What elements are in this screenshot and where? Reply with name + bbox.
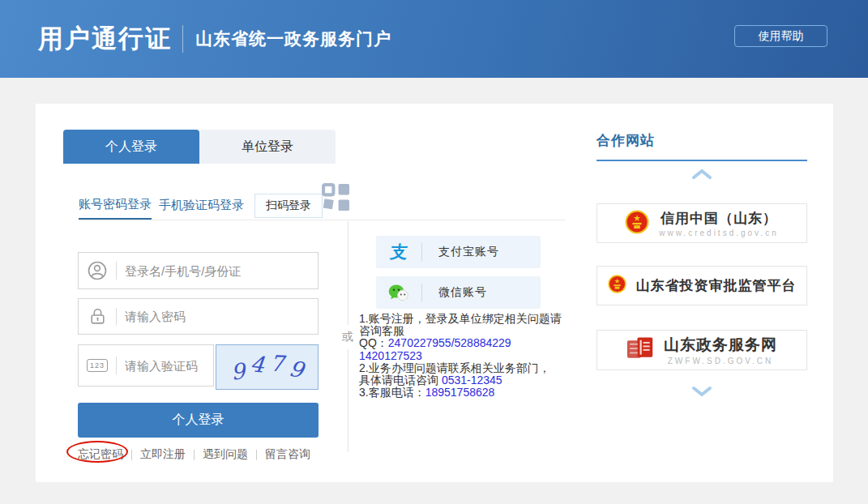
register-link[interactable]: 立即注册: [140, 447, 186, 462]
username-field: [78, 252, 319, 289]
page-header: 用户通行证 山东省统一政务服务门户 使用帮助: [0, 0, 868, 78]
message-consult-link[interactable]: 留言咨询: [265, 447, 310, 462]
wechat-label: 微信账号: [438, 285, 487, 300]
login-links-row: 忘记密码 立即注册 遇到问题 留言咨询: [78, 447, 310, 462]
support-line: 2.业务办理问题请联系相关业务部门，: [359, 361, 550, 374]
red-seal-icon: [626, 336, 654, 364]
method-password-login[interactable]: 账号密码登录: [79, 191, 152, 220]
wechat-icon: [376, 284, 421, 302]
captcha-digit: 4: [249, 351, 265, 378]
support-line: 1.账号注册，登录及单位绑定相关问题请咨询客服: [359, 312, 562, 337]
method-sms-login[interactable]: 手机验证码登录: [159, 191, 244, 220]
partner-title-underline: [596, 160, 807, 161]
forgot-password-link[interactable]: 忘记密码: [78, 447, 123, 462]
captcha-digit: 9: [229, 358, 246, 385]
link-separator: [131, 450, 132, 460]
social-divider: [421, 284, 422, 301]
support-qq-numbers-2: 1420127523: [359, 349, 422, 362]
title-divider: [182, 25, 183, 53]
support-phone-number: 0531-12345: [442, 374, 502, 387]
support-qq-numbers: 2470227955/528884229: [388, 336, 511, 349]
partner-url: ZWFW.SD.GOV.CN: [668, 357, 774, 365]
alipay-login-button[interactable]: 支 支付宝账号: [376, 236, 541, 268]
captcha-digit: 7: [269, 350, 284, 376]
support-qq-label: QQ：: [359, 336, 388, 349]
alipay-label: 支付宝账号: [438, 245, 499, 259]
divider-line: [348, 349, 348, 453]
support-phone-label: 具体请电话咨询: [359, 374, 442, 387]
partner-sites-title: 合作网站: [596, 131, 655, 150]
carousel-down-button[interactable]: [596, 386, 807, 397]
national-emblem-icon: [608, 275, 626, 297]
wechat-login-button[interactable]: 微信账号: [376, 276, 541, 309]
method-qr-login[interactable]: 扫码登录: [254, 194, 323, 218]
lock-icon: [79, 307, 116, 326]
captcha-image[interactable]: 9 4 7 9: [216, 344, 319, 390]
tab-organization-login[interactable]: 单位登录: [199, 130, 336, 164]
social-divider: [421, 243, 422, 261]
link-separator: [256, 450, 257, 460]
partner-investment-platform[interactable]: 山东省投资审批监管平台: [596, 266, 807, 305]
login-card: 个人登录 单位登录 账号密码登录 手机验证码登录 扫码登录: [36, 104, 833, 482]
login-page: 用户通行证 山东省统一政务服务门户 使用帮助 个人登录 单位登录 账号密码登录 …: [0, 0, 868, 504]
support-hotline-label: 3.客服电话：: [359, 386, 425, 399]
site-title: 用户通行证: [38, 22, 172, 56]
problem-link[interactable]: 遇到问题: [203, 447, 248, 462]
partner-credit-china[interactable]: 信用中国（山东） www.creditsd.gov.cn: [596, 203, 807, 243]
qr-code-icon[interactable]: [322, 183, 350, 215]
partner-title: 山东省投资审批监管平台: [636, 276, 797, 295]
captcha-digit: 9: [287, 355, 306, 382]
login-method-row: 账号密码登录 手机验证码登录 扫码登录: [79, 191, 565, 220]
partner-title: 信用中国（山东）: [661, 209, 777, 228]
divider-line: [348, 221, 348, 325]
captcha-123-icon: 123: [79, 359, 116, 372]
or-text: 或: [342, 325, 353, 349]
password-input[interactable]: [117, 310, 318, 323]
captcha-field: 123: [78, 344, 214, 387]
carousel-up-button[interactable]: [596, 169, 807, 180]
national-emblem-icon: [625, 210, 649, 237]
alipay-icon: 支: [376, 241, 421, 263]
personal-login-button[interactable]: 个人登录: [78, 403, 319, 438]
site-subtitle: 山东省统一政务服务门户: [195, 28, 391, 50]
partner-gov-service-site[interactable]: 山东政务服务网 ZWFW.SD.GOV.CN: [596, 330, 807, 370]
support-hotline-number: 18951758628: [425, 386, 495, 399]
help-button[interactable]: 使用帮助: [734, 25, 827, 47]
partner-title: 山东政务服务网: [664, 335, 777, 356]
or-divider: 或: [341, 221, 354, 452]
tab-personal-login[interactable]: 个人登录: [63, 130, 199, 164]
link-separator: [194, 450, 195, 460]
password-field: [78, 298, 319, 335]
username-input[interactable]: [117, 264, 318, 278]
user-icon: [79, 261, 116, 280]
captcha-input[interactable]: [117, 359, 213, 373]
partner-url: www.creditsd.gov.cn: [659, 229, 778, 237]
support-info: 1.账号注册，登录及单位绑定相关问题请咨询客服 QQ：2470227955/52…: [359, 313, 567, 399]
